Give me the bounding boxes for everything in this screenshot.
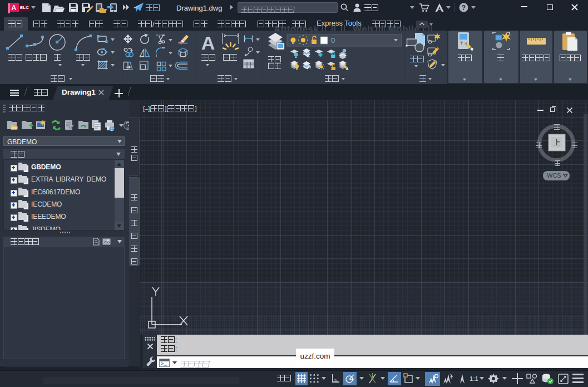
svg-text:0: 0 xyxy=(331,36,335,45)
svg-text:A: A xyxy=(201,32,215,53)
svg-text:?: ? xyxy=(462,4,466,12)
